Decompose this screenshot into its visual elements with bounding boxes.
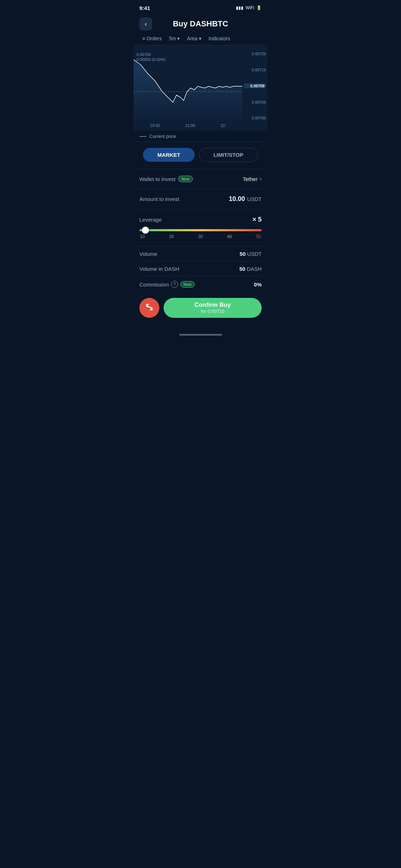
volume-label: Volume — [139, 251, 157, 257]
current-price-legend: Current price — [134, 131, 267, 142]
volume-value: 50 USDT — [240, 251, 262, 257]
wallet-chevron-icon: › — [260, 176, 262, 182]
y-label-0: 0.00720 — [244, 52, 266, 56]
amount-label: Amount to invest — [139, 196, 179, 202]
commission-new-badge: New — [180, 281, 195, 288]
x-label-1: 21:00 — [185, 123, 195, 128]
chart-x-axis: 19:30 21:00 22: — [134, 120, 242, 131]
toolbar: ≡ Orders 5m ▾ Area ▾ Indicators — [134, 32, 267, 45]
tick-30: 30 — [198, 234, 203, 239]
expand-button[interactable] — [139, 298, 159, 318]
bottom-actions: Confirm Buy for 0.00710 — [134, 292, 267, 329]
volume-dash-value: 50 DASH — [239, 266, 262, 272]
signal-icon: ▮▮▮ — [236, 5, 243, 10]
tick-10: 10 — [140, 234, 145, 239]
wallet-new-badge: New — [178, 176, 193, 182]
confirm-buy-button[interactable]: Confirm Buy for 0.00710 — [164, 298, 262, 318]
orders-button[interactable]: ≡ Orders — [139, 34, 165, 43]
leverage-slider-thumb[interactable] — [142, 227, 149, 234]
y-label-1: 0.00715 — [244, 68, 266, 72]
leverage-slider-ticks: 10 20 30 40 50 — [139, 234, 262, 239]
stats-section: Volume 50 USDT Volume in DASH 50 DASH Co… — [134, 247, 267, 292]
tick-20: 20 — [169, 234, 174, 239]
wallet-value: Tether › — [243, 176, 262, 182]
wallet-row[interactable]: Wallet to invest New Tether › — [134, 169, 267, 189]
tick-50: 50 — [256, 234, 261, 239]
volume-dash-unit: DASH — [247, 266, 262, 272]
tick-40: 40 — [227, 234, 232, 239]
chart-type-label: Area — [187, 36, 197, 41]
confirm-buy-label: Confirm Buy — [195, 301, 231, 309]
leverage-value: × 5 — [252, 216, 262, 223]
x-label-2: 22: — [221, 123, 226, 128]
y-label-4: 0.00700 — [244, 116, 266, 120]
chart-type-chevron-icon: ▾ — [199, 36, 201, 41]
volume-dash-number: 50 — [239, 266, 245, 272]
chart-container: 0.00709 0.00000 (0.00%) 0.00720 0.00715 … — [134, 45, 267, 131]
legend-dash-icon — [139, 136, 146, 137]
leverage-slider-track — [139, 229, 262, 231]
timeframe-selector[interactable]: 5m ▾ — [166, 34, 182, 43]
chart-svg — [134, 45, 242, 120]
leverage-slider-container[interactable]: 10 20 30 40 50 — [139, 226, 262, 241]
page-title: Buy DASHBTC — [173, 19, 228, 29]
wallet-currency: Tether — [243, 176, 258, 182]
status-icons: ▮▮▮ WiFi 🔋 — [236, 5, 262, 10]
orders-icon: ≡ — [142, 36, 145, 41]
leverage-row: Leverage × 5 — [134, 210, 267, 226]
home-bar — [179, 334, 222, 336]
chart-type-selector[interactable]: Area ▾ — [184, 34, 204, 43]
volume-dash-row: Volume in DASH 50 DASH — [139, 262, 262, 277]
indicators-label: Indicators — [209, 36, 230, 41]
amount-number: 10.00 — [229, 195, 245, 203]
orders-label: Orders — [146, 36, 162, 41]
x-label-0: 19:30 — [150, 123, 160, 128]
amount-row[interactable]: Amount to invest 10.00 USDT — [134, 189, 267, 210]
wallet-label: Wallet to invest New — [139, 176, 193, 182]
timeframe-chevron-icon: ▾ — [177, 36, 180, 41]
tab-market[interactable]: MARKET — [143, 148, 194, 162]
wallet-label-text: Wallet to invest — [139, 176, 175, 182]
status-time: 9:41 — [139, 5, 150, 11]
header: ‹ Buy DASHBTC — [134, 16, 267, 32]
volume-number: 50 — [240, 251, 246, 257]
amount-unit: USDT — [247, 196, 262, 202]
volume-dash-label: Volume in DASH — [139, 266, 179, 272]
back-button[interactable]: ‹ — [139, 17, 152, 30]
y-label-3: 0.00705 — [244, 100, 266, 104]
commission-help-icon[interactable]: ? — [171, 281, 178, 288]
commission-value: 0% — [254, 281, 262, 288]
legend-label: Current price — [149, 134, 176, 139]
wifi-icon: WiFi — [246, 5, 254, 10]
tab-limit-stop[interactable]: LIMIT/STOP — [199, 148, 258, 162]
amount-value: 10.00 USDT — [229, 195, 262, 203]
battery-icon: 🔋 — [256, 5, 262, 10]
timeframe-label: 5m — [169, 36, 176, 41]
volume-unit: USDT — [247, 251, 262, 257]
commission-row: Commission ? New 0% — [139, 277, 262, 292]
confirm-buy-price: for 0.00710 — [201, 309, 225, 314]
y-label-current: 0.00709 — [244, 83, 266, 88]
home-indicator — [134, 329, 267, 341]
order-tabs: MARKET LIMIT/STOP — [134, 142, 267, 169]
status-bar: 9:41 ▮▮▮ WiFi 🔋 — [134, 0, 267, 16]
leverage-section: 10 20 30 40 50 — [134, 226, 267, 247]
chart-y-axis: 0.00720 0.00715 0.00709 0.00705 0.00700 — [242, 45, 267, 120]
expand-icon — [145, 303, 153, 313]
commission-label: Commission ? New — [139, 281, 195, 288]
indicators-button[interactable]: Indicators — [206, 34, 233, 43]
volume-row: Volume 50 USDT — [139, 247, 262, 262]
commission-text: Commission — [139, 281, 169, 288]
back-icon: ‹ — [145, 20, 147, 28]
leverage-label: Leverage — [139, 217, 162, 223]
